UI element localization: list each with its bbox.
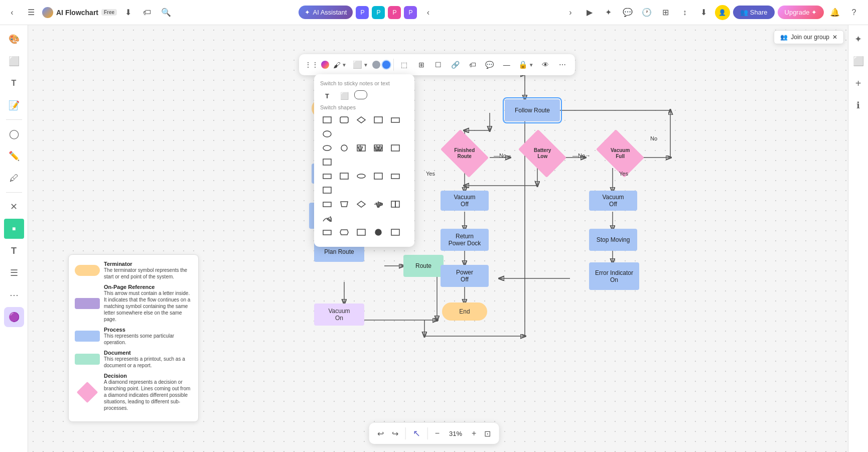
node-battery-low[interactable]: BatteryLow [517, 139, 567, 168]
shape-t4[interactable] [371, 199, 385, 210]
tag-tb-btn[interactable]: 🏷 [465, 57, 480, 72]
node-stop-moving[interactable]: Stop Moving [589, 229, 637, 251]
sidebar-text2-icon[interactable]: T [4, 241, 24, 261]
comment-tb-btn[interactable]: 💬 [482, 57, 497, 72]
join-close[interactable]: ✕ [832, 34, 837, 41]
upgrade-button[interactable]: Upgrade ✦ [778, 6, 824, 19]
zoom-level[interactable]: 31% [446, 430, 466, 437]
shape-t3[interactable] [354, 199, 368, 210]
shape-s4[interactable] [371, 171, 385, 182]
sidebar-frame-icon[interactable]: ⬜ [4, 51, 24, 71]
rect-4[interactable] [388, 114, 402, 125]
join-group-bar[interactable]: 👥 Join our group ✕ [774, 30, 844, 44]
zoom-out-button[interactable]: − [433, 427, 442, 440]
shape-s5[interactable] [388, 171, 402, 182]
right-magic-icon[interactable]: ✦ [848, 29, 869, 49]
rect-5[interactable] [354, 142, 368, 154]
cursor-button[interactable]: ↖ [411, 426, 422, 441]
ellipse-1[interactable] [320, 128, 334, 139]
chat-btn[interactable]: 💬 [620, 5, 636, 21]
eye-tb-btn[interactable]: 👁 [538, 57, 553, 72]
node-follow-route[interactable]: Follow Route [505, 99, 560, 121]
shape-group[interactable]: ⬜ ▼ [351, 59, 370, 70]
sidebar-data-icon[interactable]: ■ [4, 219, 24, 239]
shape-u4[interactable] [371, 227, 385, 238]
arrow-down-btn[interactable]: ⬇ [696, 5, 712, 21]
help-btn[interactable]: ? [846, 5, 862, 21]
rounded-shape[interactable] [354, 90, 367, 99]
color-gradient-blue[interactable] [321, 61, 329, 69]
play-btn[interactable]: ▶ [582, 5, 598, 21]
sidebar-shapes-icon[interactable]: ◯ [4, 124, 24, 144]
shape-t2[interactable] [337, 199, 351, 210]
shape-s6[interactable] [320, 185, 334, 196]
sidebar-list-icon[interactable]: ☰ [4, 263, 24, 283]
node-return-power-dock[interactable]: ReturnPower Dock [441, 229, 489, 251]
shape-s3[interactable] [354, 171, 368, 182]
sidebar-paint-icon[interactable]: 🎨 [4, 29, 24, 49]
shape-u2[interactable] [337, 227, 351, 238]
sidebar-text-icon[interactable]: T [4, 73, 24, 93]
rect-shape[interactable]: ⬜ [337, 90, 351, 101]
node-finished-route[interactable]: FinishedRoute [440, 139, 490, 168]
zoom-in-button[interactable]: + [470, 427, 478, 440]
node-end[interactable]: End [442, 303, 487, 321]
right-info-icon[interactable]: ℹ [848, 95, 869, 115]
menu-button[interactable]: ☰ [23, 5, 39, 21]
text-shape[interactable]: T [320, 90, 334, 101]
shape-u5[interactable] [388, 227, 402, 238]
sidebar-note-icon[interactable]: 📝 [4, 95, 24, 115]
avatar[interactable]: 👤 [715, 5, 730, 20]
color-gray-dot[interactable] [372, 61, 380, 69]
sparkle-btn[interactable]: ✦ [601, 5, 617, 21]
right-add-icon[interactable]: + [848, 73, 869, 93]
node-vacuum-on[interactable]: VacuumOn [314, 304, 364, 326]
ellipse-2[interactable] [320, 142, 334, 154]
brush-group[interactable]: 🖌 ▼ [331, 60, 349, 70]
node-route[interactable]: Route [403, 255, 444, 277]
right-frame-icon[interactable]: ⬜ [848, 51, 869, 71]
rect-3[interactable] [371, 114, 385, 125]
line-btn[interactable]: — [499, 57, 514, 72]
shape-s1[interactable] [320, 171, 334, 182]
p-icon-3[interactable]: P [388, 6, 401, 19]
more-tb-btn[interactable]: ⋯ [555, 57, 570, 72]
notification-btn[interactable]: 🔔 [827, 5, 843, 21]
download-button[interactable]: ⬇ [120, 5, 136, 21]
rect-1[interactable] [320, 114, 334, 125]
shape-s2[interactable] [337, 171, 351, 182]
shape-t6[interactable] [320, 213, 334, 224]
back-button[interactable]: ‹ [4, 5, 20, 21]
collapse-center[interactable]: ‹ [420, 5, 436, 21]
ai-assistant-button[interactable]: ✦ AI Assistant [299, 6, 353, 19]
sidebar-active-icon[interactable]: 🟣 [4, 307, 24, 327]
node-vacuum-off-2[interactable]: VacuumOff [589, 191, 637, 211]
expand-btn[interactable]: › [562, 5, 578, 21]
rect-8[interactable] [320, 157, 334, 168]
grid-btn[interactable]: ⊞ [658, 5, 674, 21]
circle-1[interactable] [337, 142, 351, 154]
shape-u1[interactable] [320, 227, 334, 238]
node-vacuum-off-1[interactable]: VacuumOff [441, 191, 489, 211]
container-btn[interactable]: ☐ [431, 57, 446, 72]
share-button[interactable]: 👥 Share [733, 6, 775, 19]
history-btn[interactable]: 🕐 [639, 5, 655, 21]
sidebar-pen-icon[interactable]: ✏️ [4, 146, 24, 166]
copy-btn[interactable]: ⬚ [397, 57, 412, 72]
shape-u3[interactable] [354, 227, 368, 238]
duplicate-btn[interactable]: ⊞ [414, 57, 429, 72]
redo-button[interactable]: ↪ [390, 427, 400, 440]
tag-button[interactable]: 🏷 [139, 5, 155, 21]
sidebar-draw-icon[interactable]: 🖊 [4, 168, 24, 188]
p-icon-1[interactable]: P [356, 6, 369, 19]
lock-group[interactable]: 🔒 ▼ [516, 59, 536, 70]
shape-t1[interactable] [320, 199, 334, 210]
node-vacuum-full[interactable]: VacuumFull [595, 139, 645, 168]
p-icon-2[interactable]: P [372, 6, 385, 19]
diamond-1[interactable] [354, 114, 368, 125]
sidebar-dot-icon[interactable]: ⋯ [4, 285, 24, 305]
p-icon-4[interactable]: P [404, 6, 417, 19]
sidebar-cross-icon[interactable]: ✕ [4, 197, 24, 217]
search-button[interactable]: 🔍 [158, 5, 174, 21]
link-btn[interactable]: 🔗 [448, 57, 463, 72]
